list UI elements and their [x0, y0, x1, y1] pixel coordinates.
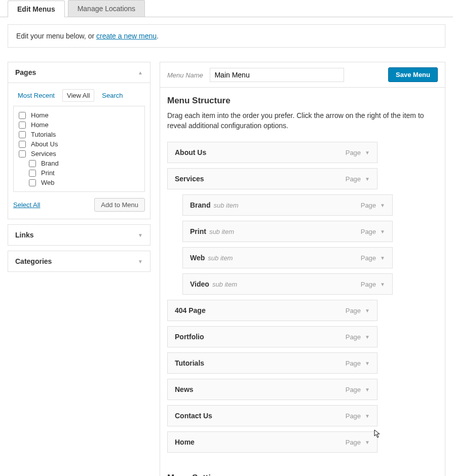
page-checkbox[interactable]	[19, 150, 26, 157]
panel-pages-header[interactable]: Pages ▲	[8, 62, 150, 83]
menu-item[interactable]: Websub itemPage▼	[182, 247, 393, 268]
menu-item-title: News	[175, 385, 194, 393]
menu-item-title: Tutorials	[175, 359, 204, 367]
page-item-label: Home	[31, 121, 49, 129]
page-item-label: Print	[41, 169, 55, 177]
page-list-item[interactable]: Brand	[19, 158, 139, 168]
triangle-down-icon[interactable]: ▼	[365, 176, 370, 182]
panel-links: Links ▼	[8, 224, 150, 246]
triangle-down-icon[interactable]: ▼	[380, 203, 385, 208]
nav-tabs: Edit Menus Manage Locations	[0, 0, 453, 17]
menu-item[interactable]: 404 PagePage▼	[167, 300, 378, 321]
menu-settings-title: Menu Settings	[167, 473, 438, 476]
add-to-menu-button[interactable]: Add to Menu	[94, 198, 145, 212]
menu-item-type: Page	[361, 202, 376, 209]
page-checkbox[interactable]	[19, 141, 26, 148]
triangle-up-icon: ▲	[138, 70, 143, 75]
menu-item-title: Brand	[190, 201, 210, 209]
menu-item-title: About Us	[175, 148, 206, 156]
page-list-item[interactable]: Home	[19, 110, 139, 120]
menu-structure-desc: Drag each item into the order you prefer…	[167, 111, 438, 131]
menu-item-type: Page	[346, 175, 361, 183]
triangle-down-icon[interactable]: ▼	[365, 150, 370, 155]
menu-structure-title: Menu Structure	[167, 96, 438, 106]
panel-links-header[interactable]: Links ▼	[8, 225, 150, 245]
subtab-view-all[interactable]: View All	[62, 89, 94, 102]
menu-item-title: Home	[175, 438, 195, 446]
menu-item-title: Print	[190, 227, 206, 235]
save-menu-button[interactable]: Save Menu	[388, 67, 438, 82]
menu-item[interactable]: Videosub itemPage▼	[182, 273, 393, 295]
menu-items-list: About UsPage▼ServicesPage▼Brandsub itemP…	[167, 142, 438, 453]
select-all-link[interactable]: Select All	[13, 201, 40, 209]
menu-item-type: Page	[346, 439, 361, 446]
notice-prefix: Edit your menu below, or	[16, 32, 96, 40]
menu-name-label: Menu Name	[167, 71, 203, 79]
subtab-most-recent[interactable]: Most Recent	[13, 89, 59, 102]
sub-item-label: sub item	[209, 228, 234, 235]
triangle-down-icon[interactable]: ▼	[380, 282, 385, 287]
menu-item[interactable]: ServicesPage▼	[167, 168, 378, 189]
menu-item[interactable]: TutorialsPage▼	[167, 352, 378, 374]
menu-item-title: Web	[190, 254, 205, 262]
create-new-menu-link[interactable]: create a new menu	[96, 32, 157, 40]
page-list-item[interactable]: Services	[19, 149, 139, 158]
sub-item-label: sub item	[212, 281, 237, 288]
menu-item[interactable]: PortfolioPage▼	[167, 326, 378, 347]
page-list-item[interactable]: Web	[19, 178, 139, 187]
page-checkbox[interactable]	[29, 160, 36, 167]
tab-edit-menus[interactable]: Edit Menus	[8, 1, 65, 17]
menu-item-type: Page	[346, 307, 361, 314]
triangle-down-icon: ▼	[138, 232, 143, 238]
tab-manage-locations[interactable]: Manage Locations	[68, 0, 145, 17]
page-checkbox[interactable]	[29, 179, 36, 186]
menu-item-title: Video	[190, 280, 209, 288]
triangle-down-icon[interactable]: ▼	[365, 334, 370, 340]
page-item-label: Web	[41, 179, 55, 186]
menu-item[interactable]: Printsub itemPage▼	[182, 221, 393, 242]
menu-item-type: Page	[346, 386, 361, 393]
page-checkbox[interactable]	[29, 170, 36, 177]
page-checkbox[interactable]	[19, 122, 26, 129]
triangle-down-icon[interactable]: ▼	[365, 387, 370, 392]
menu-item-type: Page	[346, 149, 361, 156]
menu-item[interactable]: About UsPage▼	[167, 142, 378, 163]
triangle-down-icon[interactable]: ▼	[365, 361, 370, 366]
panel-categories-header[interactable]: Categories ▼	[8, 251, 150, 271]
panel-categories: Categories ▼	[8, 251, 150, 272]
sub-item-label: sub item	[213, 202, 238, 209]
menu-item[interactable]: NewsPage▼	[167, 379, 378, 400]
menu-item[interactable]: Contact UsPage▼	[167, 405, 378, 426]
page-item-label: About Us	[31, 140, 58, 148]
page-list-item[interactable]: About Us	[19, 139, 139, 149]
page-list: HomeHomeTutorialsAbout UsServicesBrandPr…	[13, 106, 145, 192]
menu-item-type: Page	[361, 228, 376, 235]
triangle-down-icon[interactable]: ▼	[365, 413, 370, 419]
triangle-down-icon[interactable]: ▼	[365, 440, 370, 445]
menu-item-title: Portfolio	[175, 333, 204, 341]
triangle-down-icon[interactable]: ▼	[365, 308, 370, 313]
panel-pages-title: Pages	[15, 68, 36, 76]
menu-item-title: Contact Us	[175, 412, 212, 420]
page-item-label: Home	[31, 111, 49, 119]
panel-categories-title: Categories	[15, 257, 52, 265]
subtab-search[interactable]: Search	[97, 89, 127, 102]
triangle-down-icon: ▼	[138, 259, 143, 264]
sidebar: Pages ▲ Most Recent View All Search Home…	[8, 62, 150, 476]
menu-item-type: Page	[346, 412, 361, 420]
triangle-down-icon[interactable]: ▼	[380, 255, 385, 261]
page-item-label: Brand	[41, 160, 59, 167]
triangle-down-icon[interactable]: ▼	[380, 229, 385, 234]
menu-item[interactable]: Brandsub itemPage▼	[182, 194, 393, 216]
menu-name-input[interactable]	[210, 68, 344, 82]
page-list-item[interactable]: Home	[19, 120, 139, 130]
menu-item-title: 404 Page	[175, 306, 206, 314]
page-list-item[interactable]: Print	[19, 168, 139, 178]
page-checkbox[interactable]	[19, 112, 26, 119]
page-list-item[interactable]: Tutorials	[19, 130, 139, 139]
page-checkbox[interactable]	[19, 131, 26, 138]
menu-item-type: Page	[346, 333, 361, 341]
menu-item[interactable]: HomePage▼	[167, 431, 378, 453]
menu-item-type: Page	[346, 360, 361, 367]
page-item-label: Services	[31, 150, 56, 157]
